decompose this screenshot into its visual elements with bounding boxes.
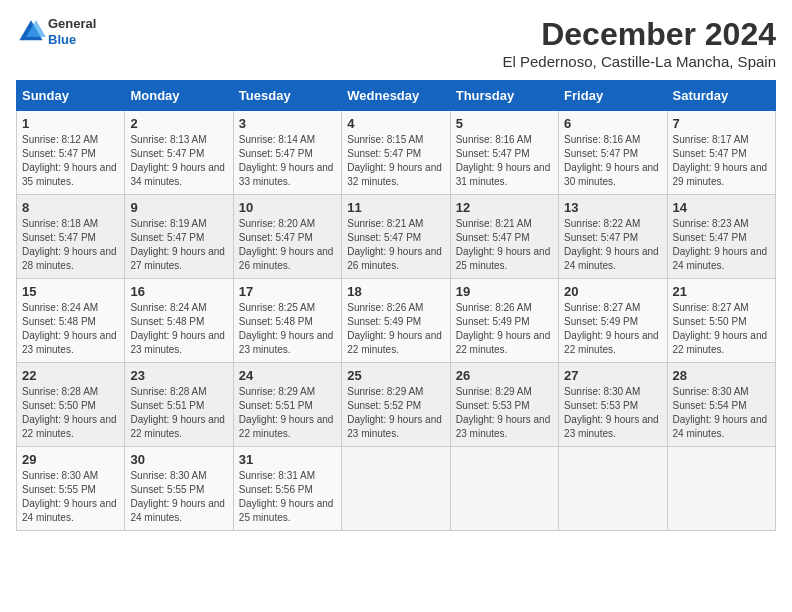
day-number: 22 (22, 368, 119, 383)
day-number: 14 (673, 200, 770, 215)
day-number: 18 (347, 284, 444, 299)
day-number: 29 (22, 452, 119, 467)
logo-blue: Blue (48, 32, 96, 48)
day-info: Sunrise: 8:24 AM Sunset: 5:48 PM Dayligh… (22, 301, 119, 357)
day-info: Sunrise: 8:30 AM Sunset: 5:53 PM Dayligh… (564, 385, 661, 441)
day-number: 24 (239, 368, 336, 383)
day-number: 8 (22, 200, 119, 215)
calendar-day-cell: 15 Sunrise: 8:24 AM Sunset: 5:48 PM Dayl… (17, 279, 125, 363)
day-number: 1 (22, 116, 119, 131)
calendar-week-row: 1 Sunrise: 8:12 AM Sunset: 5:47 PM Dayli… (17, 111, 776, 195)
calendar-day-cell: 6 Sunrise: 8:16 AM Sunset: 5:47 PM Dayli… (559, 111, 667, 195)
weekday-header: Wednesday (342, 81, 450, 111)
calendar-day-cell (559, 447, 667, 531)
logo-icon (16, 17, 46, 47)
weekday-header-row: SundayMondayTuesdayWednesdayThursdayFrid… (17, 81, 776, 111)
calendar-day-cell: 22 Sunrise: 8:28 AM Sunset: 5:50 PM Dayl… (17, 363, 125, 447)
day-number: 12 (456, 200, 553, 215)
calendar-week-row: 29 Sunrise: 8:30 AM Sunset: 5:55 PM Dayl… (17, 447, 776, 531)
day-info: Sunrise: 8:12 AM Sunset: 5:47 PM Dayligh… (22, 133, 119, 189)
day-info: Sunrise: 8:24 AM Sunset: 5:48 PM Dayligh… (130, 301, 227, 357)
day-number: 21 (673, 284, 770, 299)
weekday-header: Friday (559, 81, 667, 111)
day-info: Sunrise: 8:23 AM Sunset: 5:47 PM Dayligh… (673, 217, 770, 273)
day-number: 7 (673, 116, 770, 131)
day-number: 6 (564, 116, 661, 131)
calendar-day-cell: 11 Sunrise: 8:21 AM Sunset: 5:47 PM Dayl… (342, 195, 450, 279)
day-number: 19 (456, 284, 553, 299)
day-info: Sunrise: 8:15 AM Sunset: 5:47 PM Dayligh… (347, 133, 444, 189)
calendar-day-cell: 21 Sunrise: 8:27 AM Sunset: 5:50 PM Dayl… (667, 279, 775, 363)
calendar-day-cell: 27 Sunrise: 8:30 AM Sunset: 5:53 PM Dayl… (559, 363, 667, 447)
calendar-day-cell (667, 447, 775, 531)
day-info: Sunrise: 8:29 AM Sunset: 5:52 PM Dayligh… (347, 385, 444, 441)
calendar-day-cell: 30 Sunrise: 8:30 AM Sunset: 5:55 PM Dayl… (125, 447, 233, 531)
day-info: Sunrise: 8:28 AM Sunset: 5:50 PM Dayligh… (22, 385, 119, 441)
page-header: General Blue December 2024 El Pedernoso,… (16, 16, 776, 70)
day-info: Sunrise: 8:16 AM Sunset: 5:47 PM Dayligh… (456, 133, 553, 189)
calendar-day-cell: 16 Sunrise: 8:24 AM Sunset: 5:48 PM Dayl… (125, 279, 233, 363)
calendar-day-cell: 25 Sunrise: 8:29 AM Sunset: 5:52 PM Dayl… (342, 363, 450, 447)
day-number: 28 (673, 368, 770, 383)
day-number: 25 (347, 368, 444, 383)
day-info: Sunrise: 8:30 AM Sunset: 5:55 PM Dayligh… (130, 469, 227, 525)
day-info: Sunrise: 8:16 AM Sunset: 5:47 PM Dayligh… (564, 133, 661, 189)
day-number: 27 (564, 368, 661, 383)
calendar-day-cell: 17 Sunrise: 8:25 AM Sunset: 5:48 PM Dayl… (233, 279, 341, 363)
day-info: Sunrise: 8:29 AM Sunset: 5:53 PM Dayligh… (456, 385, 553, 441)
calendar-day-cell: 24 Sunrise: 8:29 AM Sunset: 5:51 PM Dayl… (233, 363, 341, 447)
calendar-day-cell (450, 447, 558, 531)
day-number: 23 (130, 368, 227, 383)
day-number: 10 (239, 200, 336, 215)
title-area: December 2024 El Pedernoso, Castille-La … (503, 16, 777, 70)
month-title: December 2024 (503, 16, 777, 53)
day-info: Sunrise: 8:30 AM Sunset: 5:54 PM Dayligh… (673, 385, 770, 441)
calendar-day-cell: 1 Sunrise: 8:12 AM Sunset: 5:47 PM Dayli… (17, 111, 125, 195)
day-number: 13 (564, 200, 661, 215)
day-info: Sunrise: 8:20 AM Sunset: 5:47 PM Dayligh… (239, 217, 336, 273)
weekday-header: Monday (125, 81, 233, 111)
day-number: 9 (130, 200, 227, 215)
calendar-day-cell: 14 Sunrise: 8:23 AM Sunset: 5:47 PM Dayl… (667, 195, 775, 279)
day-info: Sunrise: 8:29 AM Sunset: 5:51 PM Dayligh… (239, 385, 336, 441)
day-info: Sunrise: 8:21 AM Sunset: 5:47 PM Dayligh… (456, 217, 553, 273)
calendar-day-cell: 9 Sunrise: 8:19 AM Sunset: 5:47 PM Dayli… (125, 195, 233, 279)
calendar-day-cell: 20 Sunrise: 8:27 AM Sunset: 5:49 PM Dayl… (559, 279, 667, 363)
logo-text: General Blue (48, 16, 96, 47)
calendar-day-cell: 5 Sunrise: 8:16 AM Sunset: 5:47 PM Dayli… (450, 111, 558, 195)
day-info: Sunrise: 8:19 AM Sunset: 5:47 PM Dayligh… (130, 217, 227, 273)
calendar-day-cell: 18 Sunrise: 8:26 AM Sunset: 5:49 PM Dayl… (342, 279, 450, 363)
weekday-header: Tuesday (233, 81, 341, 111)
calendar-week-row: 22 Sunrise: 8:28 AM Sunset: 5:50 PM Dayl… (17, 363, 776, 447)
day-info: Sunrise: 8:26 AM Sunset: 5:49 PM Dayligh… (347, 301, 444, 357)
day-info: Sunrise: 8:31 AM Sunset: 5:56 PM Dayligh… (239, 469, 336, 525)
calendar-day-cell: 23 Sunrise: 8:28 AM Sunset: 5:51 PM Dayl… (125, 363, 233, 447)
day-info: Sunrise: 8:27 AM Sunset: 5:50 PM Dayligh… (673, 301, 770, 357)
calendar-day-cell: 26 Sunrise: 8:29 AM Sunset: 5:53 PM Dayl… (450, 363, 558, 447)
day-number: 16 (130, 284, 227, 299)
day-info: Sunrise: 8:25 AM Sunset: 5:48 PM Dayligh… (239, 301, 336, 357)
logo-general: General (48, 16, 96, 32)
calendar-day-cell: 10 Sunrise: 8:20 AM Sunset: 5:47 PM Dayl… (233, 195, 341, 279)
day-number: 20 (564, 284, 661, 299)
weekday-header: Saturday (667, 81, 775, 111)
day-number: 17 (239, 284, 336, 299)
calendar-day-cell: 28 Sunrise: 8:30 AM Sunset: 5:54 PM Dayl… (667, 363, 775, 447)
day-number: 30 (130, 452, 227, 467)
location: El Pedernoso, Castille-La Mancha, Spain (503, 53, 777, 70)
calendar-day-cell: 4 Sunrise: 8:15 AM Sunset: 5:47 PM Dayli… (342, 111, 450, 195)
day-number: 5 (456, 116, 553, 131)
calendar-table: SundayMondayTuesdayWednesdayThursdayFrid… (16, 80, 776, 531)
day-number: 3 (239, 116, 336, 131)
weekday-header: Thursday (450, 81, 558, 111)
calendar-week-row: 15 Sunrise: 8:24 AM Sunset: 5:48 PM Dayl… (17, 279, 776, 363)
calendar-day-cell: 2 Sunrise: 8:13 AM Sunset: 5:47 PM Dayli… (125, 111, 233, 195)
calendar-day-cell: 31 Sunrise: 8:31 AM Sunset: 5:56 PM Dayl… (233, 447, 341, 531)
calendar-day-cell: 29 Sunrise: 8:30 AM Sunset: 5:55 PM Dayl… (17, 447, 125, 531)
day-number: 4 (347, 116, 444, 131)
calendar-day-cell: 12 Sunrise: 8:21 AM Sunset: 5:47 PM Dayl… (450, 195, 558, 279)
day-number: 2 (130, 116, 227, 131)
weekday-header: Sunday (17, 81, 125, 111)
day-number: 15 (22, 284, 119, 299)
calendar-day-cell: 3 Sunrise: 8:14 AM Sunset: 5:47 PM Dayli… (233, 111, 341, 195)
